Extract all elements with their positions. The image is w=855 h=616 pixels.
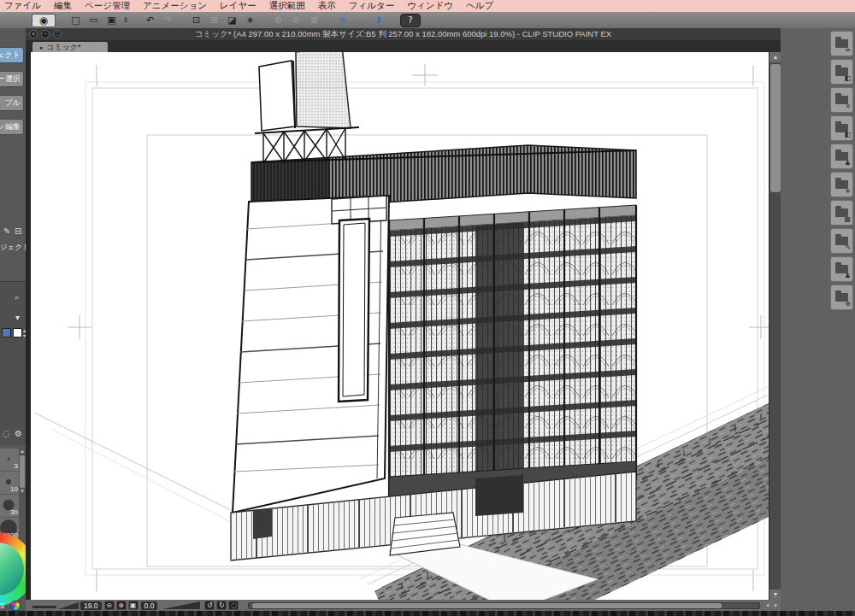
snap-special-ruler-icon[interactable]: ◟: [352, 14, 369, 27]
no-tool-icon[interactable]: ◌: [3, 429, 10, 438]
material-button-9[interactable]: ♟: [830, 256, 853, 282]
clear-selection-icon[interactable]: ◪: [224, 14, 240, 27]
color-wheel-sv-area[interactable]: [0, 543, 24, 595]
undo-icon[interactable]: ↶: [142, 14, 158, 27]
rotate-ccw-button[interactable]: ↺: [204, 601, 215, 610]
material-button-6[interactable]: ∗: [830, 172, 853, 197]
menu-animation[interactable]: アニメーション: [143, 0, 207, 12]
left-tool-panel: ェクト ー選択 ブル ン編集 ✎ ⊟ ジェクト] ⌕ ▾ ▴ ▾ ◌ ⚙ 3 1…: [0, 28, 26, 611]
search-icon[interactable]: ⌕: [15, 292, 20, 302]
sub-tool-line-edit[interactable]: ン編集: [0, 119, 24, 135]
zoom-value: 19.0: [80, 601, 102, 610]
sub-tool-sample[interactable]: ブル: [0, 95, 24, 111]
color-wheel-tab-icon[interactable]: [10, 601, 21, 611]
save-stepper-icon[interactable]: ↕: [121, 14, 130, 27]
line-color-swatch[interactable]: [2, 328, 11, 337]
desktop-edge: [0, 611, 855, 616]
brush-size-30[interactable]: 30: [0, 495, 19, 518]
menu-page-manage[interactable]: ページ管理: [85, 0, 130, 12]
brush-size-palette: 3 10 30 100 ▲ ▼: [0, 449, 26, 541]
window-title-bar[interactable]: × − □ コミック* (A4 297.00 x 210.00mm 製本サイズ:…: [26, 28, 781, 40]
open-file-icon[interactable]: ▭: [86, 14, 102, 27]
brush-scroll-up-icon[interactable]: ▲: [19, 449, 26, 455]
rotate-cw-button[interactable]: ↻: [216, 601, 227, 610]
canvas[interactable]: [31, 52, 769, 600]
canvas-tab-bar: ● コミック*: [26, 40, 781, 52]
snap-grid-icon[interactable]: ⇟: [370, 14, 386, 27]
menu-layer[interactable]: レイヤー: [220, 0, 256, 12]
zoom-slider-ramp[interactable]: [58, 602, 79, 609]
material-button-8[interactable]: ✎: [830, 228, 853, 254]
fit-to-window-button[interactable]: ▣: [128, 601, 139, 610]
material-button-5[interactable]: ♟: [830, 144, 853, 169]
scroll-left-icon[interactable]: ◂: [764, 601, 771, 609]
deselect-icon[interactable]: ⊡: [188, 14, 204, 27]
material-button-4[interactable]: ◧: [830, 115, 853, 141]
brush-size-scrollbar[interactable]: ▲ ▼: [19, 449, 26, 541]
material-button-7[interactable]: ▦: [830, 200, 853, 226]
material-button-2[interactable]: ◧: [830, 59, 853, 85]
command-toolbar: ◉ □ ▭ ▣ ↕ ↶ ↷ ⊡ ⊞ ◪ ∗ ⊘ ⊘ ⊠ ∿ ◟ ⇟ ?: [0, 12, 855, 28]
save-file-icon[interactable]: ▣: [103, 14, 120, 27]
zoom-in-button[interactable]: ⊕: [116, 601, 127, 610]
tab-comic[interactable]: ● コミック*: [32, 42, 108, 52]
tab-modified-dot: ●: [39, 44, 43, 50]
edit-palette-icon[interactable]: ✎: [3, 226, 10, 236]
menu-file[interactable]: ファイル: [4, 0, 41, 12]
scroll-down-icon[interactable]: ▼: [770, 590, 781, 600]
scroll-right-icon[interactable]: ▸: [772, 601, 780, 609]
brush-scroll-thumb[interactable]: [20, 455, 25, 488]
help-button[interactable]: ?: [400, 14, 421, 27]
canvas-artwork: [31, 52, 769, 600]
menu-bar: ファイル 編集 ページ管理 アニメーション レイヤー 選択範囲 表示 フィルター…: [0, 0, 855, 12]
tab-label: コミック*: [46, 42, 80, 53]
menu-view[interactable]: 表示: [318, 0, 336, 12]
new-file-icon[interactable]: □: [68, 14, 84, 27]
building-left-tower: [233, 196, 389, 513]
window-title: コミック* (A4 297.00 x 210.00mm 製本サイズ:B5 判 2…: [26, 29, 781, 40]
brush-size-10[interactable]: 10: [0, 472, 19, 495]
sub-tool-object[interactable]: ェクト: [0, 47, 24, 63]
menu-window[interactable]: ウィンドウ: [407, 0, 453, 12]
reset-view-button[interactable]: ◌: [228, 601, 239, 610]
sub-tool-layer-select[interactable]: ー選択: [0, 71, 24, 87]
canvas-status-bar: 19.0 ⊖ ⊕ ▣ 0.0 ↺ ↻ ◌ ⋯ ◂ ▸: [26, 600, 781, 611]
building-right-block: [389, 205, 636, 497]
snap-off-icon-2[interactable]: ⊘: [288, 14, 304, 27]
rotate-slider-ramp[interactable]: [162, 601, 200, 609]
vertical-scrollbar[interactable]: ▲ ▼: [769, 52, 781, 600]
menu-filter[interactable]: フィルター: [349, 0, 394, 12]
scroll-up-icon[interactable]: ▲: [770, 52, 781, 62]
trash-icon[interactable]: ⊟: [15, 226, 21, 236]
reselect-icon[interactable]: ⊞: [206, 14, 222, 27]
horizontal-scrollbar[interactable]: ⋯: [248, 602, 760, 609]
menu-selection[interactable]: 選択範囲: [269, 0, 305, 12]
tool-property-panel: ⌕ ▾ ▴ ▾ ◌ ⚙: [0, 281, 26, 445]
material-button-1[interactable]: ≡: [830, 31, 853, 56]
dropdown-icon[interactable]: ▾: [15, 313, 20, 322]
rotate-value: 0.0: [141, 601, 158, 610]
redo-icon[interactable]: ↷: [160, 14, 176, 27]
zoom-out-button[interactable]: ⊖: [104, 601, 115, 610]
material-panel: ≡ ◧ × ◧ ♟ ∗ ▦ ✎ ♟ ⊕: [781, 28, 855, 611]
clip-studio-logo-button[interactable]: ◉: [32, 14, 56, 27]
stepper-down-icon[interactable]: ▾: [23, 333, 26, 337]
brush-scroll-down-icon[interactable]: ▼: [19, 489, 26, 495]
snap-ruler-icon[interactable]: ∿: [334, 14, 351, 27]
color-wheel[interactable]: [0, 532, 26, 606]
horizontal-scroll-thumb[interactable]: ⋯: [252, 603, 722, 608]
settings-icon[interactable]: ⚙: [15, 429, 22, 438]
snap-off-icon-1[interactable]: ⊘: [270, 14, 286, 27]
vertical-scroll-thumb[interactable]: [770, 64, 781, 192]
menu-edit[interactable]: 編集: [54, 0, 72, 12]
document-window: × − □ コミック* (A4 297.00 x 210.00mm 製本サイズ:…: [26, 28, 781, 611]
material-button-3[interactable]: ×: [830, 87, 853, 113]
zoom-slider-track[interactable]: [32, 606, 56, 608]
fill-color-swatch[interactable]: [13, 328, 22, 337]
brush-size-3[interactable]: 3: [0, 449, 19, 472]
menu-help[interactable]: ヘルプ: [466, 0, 493, 12]
material-button-10[interactable]: ⊕: [830, 285, 853, 310]
tool-property-header: ジェクト]: [0, 243, 26, 253]
scale-rotate-icon[interactable]: ∗: [242, 14, 258, 27]
snap-off-icon-3[interactable]: ⊠: [306, 14, 322, 27]
